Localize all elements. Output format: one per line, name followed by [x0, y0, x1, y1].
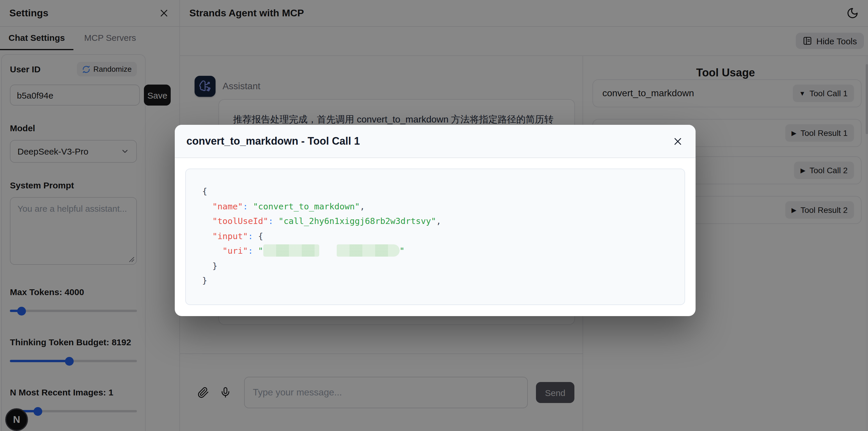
json-uri-quote-open: " — [258, 246, 263, 255]
json-value-tooluseid: "call_2hy6n1xiggj68rb2w3drtsvy" — [278, 217, 436, 226]
json-key-tooluseid: "toolUseId" — [212, 217, 268, 226]
json-uri-quote-close: " — [400, 246, 405, 255]
json-brace: { — [202, 186, 207, 196]
json-comma: , — [436, 217, 441, 226]
close-icon — [673, 136, 683, 146]
tool-call-json-block: { "name": "convert_to_markdown", "toolUs… — [185, 169, 685, 305]
json-colon: : — [248, 246, 253, 255]
json-key-uri: "uri" — [222, 246, 248, 255]
json-key-input: "input" — [212, 231, 248, 240]
json-key-name: "name" — [212, 201, 243, 211]
redacted-uri-segment-2 — [337, 245, 400, 257]
modal-header: convert_to_markdown - Tool Call 1 — [175, 125, 695, 158]
json-code: { "name": "convert_to_markdown", "toolUs… — [202, 184, 668, 288]
json-brace: { — [258, 231, 263, 240]
json-value-name: "convert_to_markdown" — [253, 201, 360, 211]
json-colon: : — [248, 231, 253, 240]
redacted-uri-segment-1 — [263, 245, 319, 257]
app-root: Settings Strands Agent with MCP Chat Set… — [0, 0, 868, 431]
json-brace: } — [202, 276, 207, 285]
tool-call-modal: convert_to_markdown - Tool Call 1 { "nam… — [175, 125, 695, 316]
json-comma: , — [360, 201, 365, 211]
json-colon: : — [243, 201, 248, 211]
modal-title: convert_to_markdown - Tool Call 1 — [186, 135, 360, 147]
json-colon: : — [268, 217, 273, 226]
json-brace: } — [212, 261, 217, 270]
modal-close-button[interactable] — [672, 135, 684, 147]
